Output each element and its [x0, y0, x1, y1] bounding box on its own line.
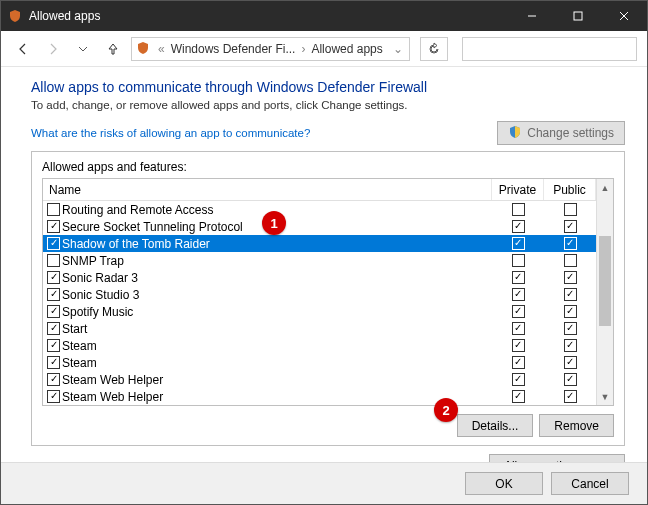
enable-checkbox[interactable] — [47, 322, 60, 335]
app-name: Steam — [62, 356, 97, 370]
enable-checkbox[interactable] — [47, 339, 60, 352]
shield-icon — [136, 41, 152, 57]
table-row[interactable]: Spotify Music — [43, 303, 596, 320]
search-input[interactable] — [462, 37, 637, 61]
risk-link[interactable]: What are the risks of allowing an app to… — [31, 127, 310, 139]
up-button[interactable] — [101, 37, 125, 61]
enable-checkbox[interactable] — [47, 356, 60, 369]
details-button[interactable]: Details... — [457, 414, 534, 437]
forward-button[interactable] — [41, 37, 65, 61]
public-checkbox[interactable] — [564, 390, 577, 403]
private-checkbox[interactable] — [512, 305, 525, 318]
enable-checkbox[interactable] — [47, 203, 60, 216]
column-name[interactable]: Name — [43, 179, 492, 200]
enable-checkbox[interactable] — [47, 373, 60, 386]
private-checkbox[interactable] — [512, 322, 525, 335]
allowed-apps-group: Allowed apps and features: Name Private … — [31, 151, 625, 446]
table-row[interactable]: Steam — [43, 354, 596, 371]
app-name: SNMP Trap — [62, 254, 124, 268]
public-checkbox[interactable] — [564, 305, 577, 318]
table-row[interactable]: Sonic Studio 3 — [43, 286, 596, 303]
private-checkbox[interactable] — [512, 339, 525, 352]
app-name: Routing and Remote Access — [62, 203, 213, 217]
app-name: Steam — [62, 339, 97, 353]
table-row[interactable]: Sonic Radar 3 — [43, 269, 596, 286]
breadcrumb-root[interactable]: Windows Defender Fi... — [171, 42, 296, 56]
public-checkbox[interactable] — [564, 356, 577, 369]
navbar: « Windows Defender Fi... › Allowed apps … — [1, 31, 647, 67]
close-button[interactable] — [601, 1, 647, 31]
scrollbar[interactable]: ▲ ▼ — [596, 179, 613, 405]
chevron-down-icon[interactable]: ⌄ — [391, 42, 405, 56]
column-private[interactable]: Private — [492, 179, 544, 200]
column-public[interactable]: Public — [544, 179, 596, 200]
table-row[interactable]: Start — [43, 320, 596, 337]
app-name: Spotify Music — [62, 305, 133, 319]
enable-checkbox[interactable] — [47, 305, 60, 318]
app-name: Shadow of the Tomb Raider — [62, 237, 210, 251]
table-row[interactable]: Steam — [43, 337, 596, 354]
app-name: Secure Socket Tunneling Protocol — [62, 220, 243, 234]
cancel-button[interactable]: Cancel — [551, 472, 629, 495]
minimize-button[interactable] — [509, 1, 555, 31]
table-row[interactable]: Routing and Remote Access — [43, 201, 596, 218]
app-name: Sonic Studio 3 — [62, 288, 139, 302]
private-checkbox[interactable] — [512, 356, 525, 369]
breadcrumb-sep: « — [156, 42, 167, 56]
private-checkbox[interactable] — [512, 203, 525, 216]
group-label: Allowed apps and features: — [42, 160, 614, 174]
public-checkbox[interactable] — [564, 288, 577, 301]
dialog-buttons: OK Cancel — [1, 462, 647, 504]
page-heading: Allow apps to communicate through Window… — [31, 79, 625, 95]
scroll-down-button[interactable]: ▼ — [597, 388, 613, 405]
app-name: Steam Web Helper — [62, 390, 163, 404]
annotation-1: 1 — [262, 211, 286, 235]
table-row[interactable]: Steam Web Helper — [43, 371, 596, 388]
public-checkbox[interactable] — [564, 271, 577, 284]
chevron-right-icon: › — [299, 42, 307, 56]
window-title: Allowed apps — [29, 9, 100, 23]
table-row[interactable]: Shadow of the Tomb Raider — [43, 235, 596, 252]
scroll-thumb[interactable] — [599, 236, 611, 326]
private-checkbox[interactable] — [512, 254, 525, 267]
public-checkbox[interactable] — [564, 220, 577, 233]
recent-locations-button[interactable] — [71, 37, 95, 61]
app-name: Steam Web Helper — [62, 373, 163, 387]
list-header: Name Private Public — [43, 179, 596, 201]
private-checkbox[interactable] — [512, 390, 525, 403]
enable-checkbox[interactable] — [47, 220, 60, 233]
ok-button[interactable]: OK — [465, 472, 543, 495]
back-button[interactable] — [11, 37, 35, 61]
public-checkbox[interactable] — [564, 254, 577, 267]
private-checkbox[interactable] — [512, 220, 525, 233]
private-checkbox[interactable] — [512, 373, 525, 386]
public-checkbox[interactable] — [564, 322, 577, 335]
enable-checkbox[interactable] — [47, 254, 60, 267]
enable-checkbox[interactable] — [47, 288, 60, 301]
public-checkbox[interactable] — [564, 203, 577, 216]
private-checkbox[interactable] — [512, 288, 525, 301]
private-checkbox[interactable] — [512, 271, 525, 284]
refresh-button[interactable] — [420, 37, 448, 61]
table-row[interactable]: SNMP Trap — [43, 252, 596, 269]
private-checkbox[interactable] — [512, 237, 525, 250]
public-checkbox[interactable] — [564, 237, 577, 250]
enable-checkbox[interactable] — [47, 390, 60, 403]
enable-checkbox[interactable] — [47, 237, 60, 250]
breadcrumb[interactable]: « Windows Defender Fi... › Allowed apps … — [131, 37, 410, 61]
public-checkbox[interactable] — [564, 339, 577, 352]
remove-button[interactable]: Remove — [539, 414, 614, 437]
list-body: Routing and Remote AccessSecure Socket T… — [43, 201, 596, 405]
change-settings-button[interactable]: Change settings — [497, 121, 625, 145]
breadcrumb-current[interactable]: Allowed apps — [311, 42, 382, 56]
content-area: Allow apps to communicate through Window… — [1, 67, 647, 483]
scroll-up-button[interactable]: ▲ — [597, 179, 613, 196]
enable-checkbox[interactable] — [47, 271, 60, 284]
table-row[interactable]: Steam Web Helper — [43, 388, 596, 405]
maximize-button[interactable] — [555, 1, 601, 31]
public-checkbox[interactable] — [564, 373, 577, 386]
app-icon — [7, 8, 23, 24]
shield-icon — [508, 125, 522, 142]
table-row[interactable]: Secure Socket Tunneling Protocol — [43, 218, 596, 235]
app-name: Start — [62, 322, 87, 336]
